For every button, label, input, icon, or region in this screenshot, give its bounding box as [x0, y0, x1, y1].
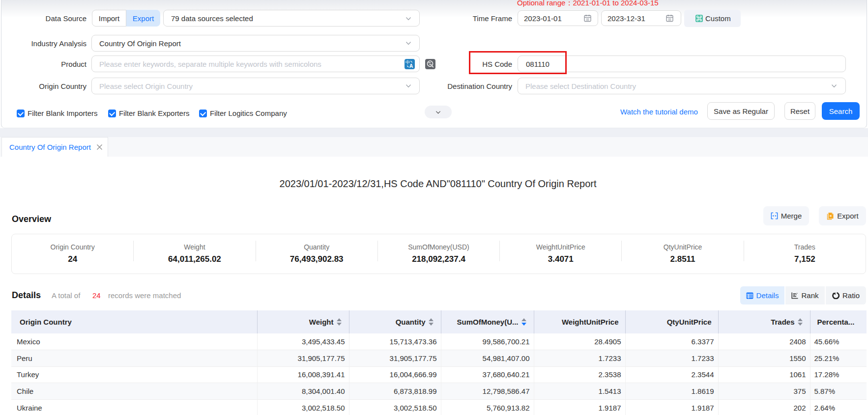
- svg-text:A: A: [409, 63, 413, 69]
